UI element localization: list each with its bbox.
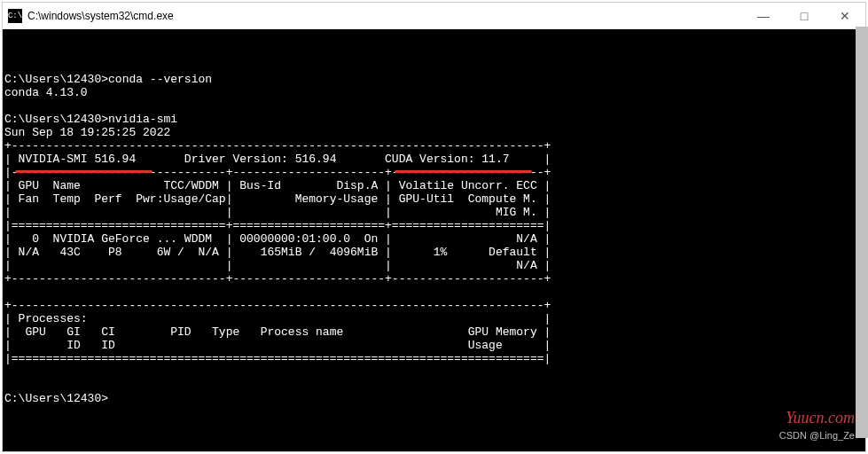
smi-gpu-row: | | | N/A | <box>4 259 551 272</box>
titlebar[interactable]: C:\ C:\windows\system32\cmd.exe — □ ✕ <box>3 3 865 29</box>
smi-processes-header: | GPU GI CI PID Type Process name GPU Me… <box>4 325 551 339</box>
smi-gpu-row: | N/A 43C P8 6W / N/A | 165MiB / 4096MiB… <box>4 246 551 259</box>
window-title: C:\windows\system32\cmd.exe <box>27 10 743 22</box>
prompt: C:\Users\12430> <box>4 113 108 126</box>
minimize-button[interactable]: — <box>743 3 784 29</box>
smi-border: +---------------------------------------… <box>4 299 551 312</box>
smi-processes-header: | Processes: | <box>4 312 551 325</box>
prompt: C:\Users\12430> <box>4 73 108 86</box>
smi-header-version: | NVIDIA-SMI 516.94 Driver Version: 516.… <box>4 153 551 166</box>
smi-border: +-------------------------------+-------… <box>4 272 551 286</box>
smi-header: | | | MIG M. | <box>4 206 551 219</box>
cmd-icon: C:\ <box>8 9 22 23</box>
highlight-underline <box>395 170 532 173</box>
vertical-scrollbar[interactable] <box>856 27 868 438</box>
command-text: nvidia-smi <box>108 113 177 126</box>
terminal-output[interactable]: C:\Users\12430>conda --version conda 4.1… <box>3 29 865 451</box>
smi-header: | Fan Temp Perf Pwr:Usage/Cap| Memory-Us… <box>4 192 551 206</box>
smi-processes-header: | ID ID Usage | <box>4 339 551 352</box>
maximize-button[interactable]: □ <box>784 3 825 29</box>
scrollbar-thumb[interactable] <box>856 27 868 438</box>
smi-border: |=======================================… <box>4 352 551 365</box>
smi-header: | GPU Name TCC/WDDM | Bus-Id Disp.A | Vo… <box>4 179 551 192</box>
smi-border: |===============================+=======… <box>4 219 551 232</box>
output-line: conda 4.13.0 <box>4 86 88 99</box>
output-line: Sun Sep 18 19:25:25 2022 <box>4 126 170 139</box>
command-text: conda --version <box>108 73 212 86</box>
cmd-window: C:\ C:\windows\system32\cmd.exe — □ ✕ C:… <box>2 2 866 452</box>
highlight-underline <box>15 170 152 173</box>
watermark-csdn: CSDN @Ling_Ze <box>779 429 855 442</box>
smi-border: +---------------------------------------… <box>4 139 551 153</box>
close-button[interactable]: ✕ <box>825 3 865 29</box>
smi-gpu-row: | 0 NVIDIA GeForce ... WDDM | 00000000:0… <box>4 232 551 246</box>
watermark-site: Yuucn.com <box>786 411 855 425</box>
prompt: C:\Users\12430> <box>4 392 108 405</box>
window-controls: — □ ✕ <box>743 3 865 29</box>
